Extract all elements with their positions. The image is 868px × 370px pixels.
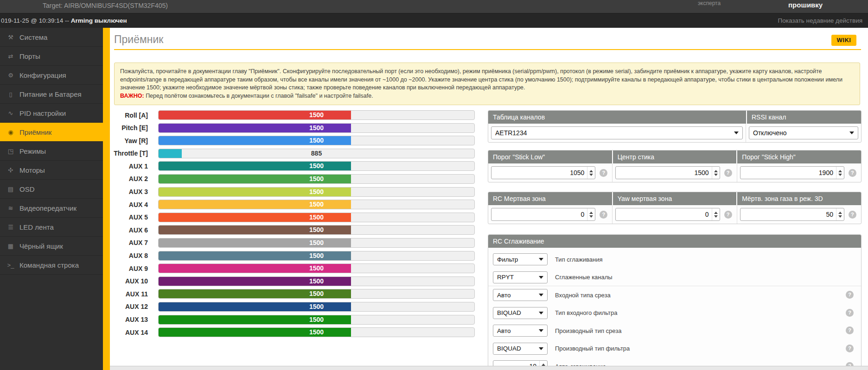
- number-input[interactable]: 50: [740, 208, 844, 221]
- stick-thresholds-section: Порог "Stick Low"Центр стикаПорог "Stick…: [488, 150, 862, 182]
- number-input-value: 1050: [491, 167, 587, 179]
- channel-label: AUX 11: [110, 290, 153, 298]
- sidebar-item-система[interactable]: ⚒ Система: [0, 28, 103, 47]
- help-icon[interactable]: ?: [600, 169, 607, 177]
- number-setting-cell: 1050 ?: [488, 163, 613, 182]
- help-icon[interactable]: ?: [600, 211, 607, 219]
- smoothing-select[interactable]: Авто: [493, 325, 548, 337]
- rssi-channel-select[interactable]: Отключено: [749, 126, 858, 139]
- channel-bar-track: 1500 1500: [158, 110, 475, 120]
- help-icon[interactable]: ?: [849, 211, 856, 219]
- number-input[interactable]: 0: [491, 208, 595, 221]
- section-column-header: RC Мертвая зона: [488, 192, 612, 205]
- stepper-arrows[interactable]: [587, 208, 595, 220]
- sidebar-item-режимы[interactable]: ◳ Режимы: [0, 142, 103, 161]
- channel-map-header: Таблица каналов: [488, 111, 746, 124]
- channel-bar-fill: 1500: [159, 238, 351, 247]
- section-column-header: Yaw мертвая зона: [613, 192, 737, 205]
- sidebar-item-label: Чёрный ящик: [19, 242, 63, 250]
- number-input[interactable]: 1900: [740, 166, 844, 179]
- step-down-icon[interactable]: [838, 174, 842, 176]
- help-icon[interactable]: ?: [846, 291, 854, 299]
- sidebar-item-led-лента[interactable]: ☰ LED лента: [0, 218, 103, 237]
- sidebar-item-питание-и-батарея[interactable]: ▯ Питание и Батарея: [0, 85, 103, 104]
- number-input[interactable]: 0: [615, 208, 720, 221]
- stepper-arrows[interactable]: [836, 167, 844, 179]
- help-icon[interactable]: ?: [846, 326, 854, 334]
- stepper-arrows[interactable]: [712, 208, 720, 220]
- firmware-flasher-tab[interactable]: прошивку: [788, 1, 823, 9]
- step-up-icon[interactable]: [714, 170, 718, 172]
- channel-row: AUX 14 1500 1500: [110, 327, 481, 337]
- smoothing-select[interactable]: BIQUAD: [493, 343, 548, 355]
- stepper-arrows[interactable]: [712, 167, 720, 179]
- step-down-icon[interactable]: [714, 174, 718, 176]
- sidebar: ⚒ Система ⇄ Порты ⚙ Конфигурация ▯ Питан…: [0, 28, 103, 370]
- sidebar-item-чёрный-ящик[interactable]: ▦ Чёрный ящик: [0, 237, 103, 256]
- step-down-icon[interactable]: [589, 215, 593, 218]
- receiver-help-note: Пожалуйста, прочитайте в документации гл…: [114, 63, 860, 105]
- sidebar-item-порты[interactable]: ⇄ Порты: [0, 47, 103, 66]
- smoothing-select[interactable]: BIQUAD: [493, 307, 548, 319]
- number-input[interactable]: 1050: [491, 166, 595, 179]
- sidebar-item-pid-настройки[interactable]: ∿ PID настройки: [0, 104, 103, 123]
- step-down-icon[interactable]: [589, 174, 593, 176]
- help-icon[interactable]: ?: [849, 169, 856, 177]
- step-up-icon[interactable]: [542, 364, 545, 366]
- step-down-icon[interactable]: [714, 215, 718, 218]
- channel-label: AUX 14: [110, 329, 153, 336]
- sidebar-item-моторы[interactable]: ✣ Моторы: [0, 161, 103, 180]
- channel-value-overlay: 1500: [159, 315, 351, 324]
- smoothing-row-label: Производный тип фильтра: [555, 345, 630, 352]
- step-up-icon[interactable]: [589, 170, 593, 172]
- channel-label: AUX 4: [110, 201, 153, 208]
- sidebar-item-приёмник[interactable]: ◉ Приёмник: [0, 123, 103, 142]
- channel-bar-track: 1500 1500: [158, 289, 475, 299]
- step-up-icon[interactable]: [589, 212, 593, 214]
- sidebar-item-icon: ⚙: [6, 72, 15, 79]
- help-icon[interactable]: ?: [846, 309, 854, 317]
- channel-bar-track: 1500 1500: [158, 123, 475, 133]
- channel-label: AUX 10: [110, 277, 153, 285]
- number-input-value: 1500: [616, 167, 711, 179]
- step-up-icon[interactable]: [714, 212, 718, 214]
- channel-bar-fill: 1500: [159, 226, 351, 234]
- channel-value: 885: [159, 149, 474, 158]
- stepper-arrows[interactable]: [836, 208, 844, 220]
- stepper-arrows[interactable]: [587, 167, 595, 179]
- smoothing-select[interactable]: Фильтр: [493, 253, 548, 265]
- help-icon[interactable]: ?: [724, 169, 732, 177]
- channel-value-overlay: 1500: [159, 124, 351, 132]
- show-recent-actions-link[interactable]: Показать недавние действия: [778, 17, 862, 24]
- channel-bar-track: 1500 1500: [158, 302, 475, 312]
- channel-value-overlay: 1500: [159, 277, 351, 286]
- step-up-icon[interactable]: [838, 170, 842, 172]
- number-input[interactable]: 1500: [615, 166, 720, 179]
- sidebar-item-icon: ⇄: [6, 53, 15, 60]
- smoothing-row-label: Производный тип среза: [555, 327, 621, 334]
- step-up-icon[interactable]: [838, 212, 842, 214]
- sidebar-item-osd[interactable]: ▤ OSD: [0, 180, 103, 199]
- channel-map-select[interactable]: AETR1234: [491, 126, 743, 139]
- sidebar-item-конфигурация[interactable]: ⚙ Конфигурация: [0, 66, 103, 85]
- smoothing-select[interactable]: RPYT: [493, 271, 548, 283]
- section-column-header: Центр стика: [613, 151, 737, 163]
- smoothing-row: Авто Входной типа среза ?: [493, 289, 856, 301]
- sidebar-item-видеопередатчик[interactable]: ≋ Видеопередатчик: [0, 199, 103, 218]
- channel-row: AUX 4 1500 1500: [110, 200, 481, 209]
- channel-bar-fill: 1500: [159, 188, 351, 196]
- wiki-button[interactable]: WIKI: [831, 35, 856, 46]
- channel-value-overlay: 1500: [159, 328, 351, 337]
- smoothing-select[interactable]: Авто: [493, 289, 548, 301]
- sidebar-item-командная-строка[interactable]: >_ Командная строка: [0, 256, 103, 275]
- channel-bar-track: 1500 1500: [158, 327, 475, 337]
- page-header: Приёмник WIKI: [114, 28, 861, 50]
- number-setting-cell: 1900 ?: [737, 163, 861, 182]
- step-down-icon[interactable]: [838, 215, 842, 218]
- log-message: 019-11-25 @ 10:39:14 -- Arming выключен: [1, 17, 127, 24]
- top-header-bar: Target: AIRB/OMNIBUSF4SD(STM32F405) эксп…: [0, 0, 868, 13]
- help-icon[interactable]: ?: [846, 345, 854, 352]
- help-icon[interactable]: ?: [724, 211, 732, 219]
- channel-bar-track: 1500 1500: [158, 200, 475, 209]
- channel-label: AUX 9: [110, 265, 153, 272]
